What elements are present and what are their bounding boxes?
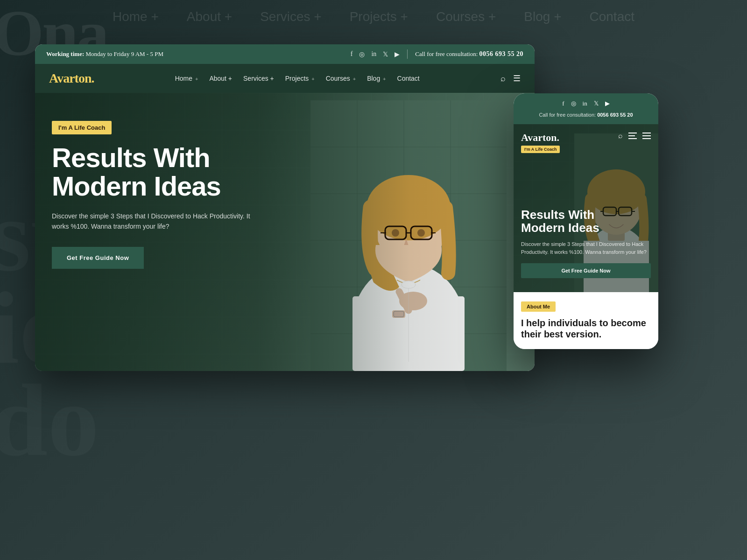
hero-badge: I'm A Life Coach (52, 121, 112, 134)
bg-nav-contact: Contact (590, 9, 635, 24)
desktop-mockup: Working time: Monday to Friday 9 AM - 5 … (35, 44, 535, 371)
hero-subtitle: Discover the simple 3 Steps that I Disco… (52, 211, 267, 232)
bg-nav-courses: Courses + (436, 9, 496, 24)
mobile-consultation-label: Call for free consultation: (539, 112, 596, 118)
mobile-logo: Avarton. (521, 132, 560, 144)
mobile-title-line1: Results With (521, 208, 594, 222)
mobile-about-title: I help individuals to become their best … (521, 317, 651, 340)
desktop-topbar: Working time: Monday to Friday 9 AM - 5 … (35, 44, 535, 64)
hamburger-icon[interactable]: ☰ (513, 73, 521, 84)
desktop-nav-icons: ⌕ ☰ (500, 73, 521, 84)
hero-title-line2: Modern Ideas (52, 171, 221, 201)
mobile-hero-content: Results With Modern Ideas Discover the s… (521, 208, 651, 278)
bg-nav-about: About + (187, 9, 232, 24)
desktop-nav-links: Home + About + Services + Projects + Cou… (175, 75, 420, 82)
hero-cta-button[interactable]: Get Free Guide Now (52, 247, 144, 269)
nav-blog[interactable]: Blog + (367, 75, 386, 82)
twitter-icon[interactable]: 𝕏 (383, 50, 388, 58)
mobile-hero: Avarton. I'm A Life Coach ⌕ Results (514, 124, 658, 292)
mobile-mockup: f ◎ in 𝕏 ▶ Call for free consultation: 0… (514, 93, 658, 349)
nav-projects[interactable]: Projects + (285, 75, 315, 82)
instagram-icon[interactable]: ◎ (359, 50, 365, 58)
nav-services[interactable]: Services + (243, 75, 274, 82)
nav-courses[interactable]: Courses + (326, 75, 356, 82)
mobile-topbar: f ◎ in 𝕏 ▶ Call for free consultation: 0… (514, 93, 658, 124)
bg-nav-projects: Projects + (350, 9, 408, 24)
hero-title: Results With Modern Ideas (52, 144, 267, 201)
mobile-hero-subtitle: Discover the simple 3 Steps that I Disco… (521, 240, 651, 256)
logo-text: Avarton. (49, 71, 94, 85)
mobile-consultation: Call for free consultation: 0056 693 55 … (521, 112, 651, 119)
desktop-hero: I'm A Life Coach Results With Modern Ide… (35, 93, 535, 371)
mobile-about-section: About Me I help individuals to become th… (514, 292, 658, 349)
desktop-navbar: Avarton. Home + About + Services + Proje… (35, 64, 535, 93)
bg-nav-blog: Blog + (524, 9, 561, 24)
linkedin-icon[interactable]: in (371, 50, 376, 58)
mobile-social-icons: f ◎ in 𝕏 ▶ (521, 98, 651, 109)
social-icons-desktop: f ◎ in 𝕏 ▶ (351, 50, 400, 58)
mobile-phone: 0056 693 55 20 (597, 112, 633, 118)
mobile-title-line2: Modern Ideas (521, 221, 599, 235)
hero-title-line1: Results With (52, 142, 210, 173)
nav-home[interactable]: Home + (175, 75, 198, 82)
working-time: Working time: Monday to Friday 9 AM - 5 … (46, 50, 163, 58)
mobile-hamburger-area: ⌕ (618, 132, 651, 140)
nav-contact[interactable]: Contact (397, 75, 420, 82)
hero-content: I'm A Life Coach Results With Modern Ide… (52, 121, 267, 269)
mobile-logo-area: Avarton. I'm A Life Coach ⌕ (514, 132, 658, 153)
mobile-instagram-icon[interactable]: ◎ (571, 100, 576, 107)
consultation-label: Call for free consultation: (415, 50, 478, 57)
mobile-youtube-icon[interactable]: ▶ (605, 100, 610, 107)
bg-nav-blur: Home + About + Services + Projects + Cou… (113, 9, 634, 24)
facebook-icon[interactable]: f (351, 50, 353, 58)
mobile-twitter-icon[interactable]: 𝕏 (594, 100, 599, 107)
mobile-cta-button[interactable]: Get Free Guide Now (521, 263, 651, 278)
mobile-facebook-icon[interactable]: f (562, 100, 564, 107)
bg-nav-home: Home + (113, 9, 159, 24)
working-time-label: Working time: (46, 50, 84, 57)
consultation-text: Call for free consultation: 0056 693 55 … (415, 50, 523, 58)
desktop-logo: Avarton. (49, 71, 94, 86)
phone-number: 0056 693 55 20 (479, 50, 524, 57)
mobile-nav-left-icon[interactable] (628, 133, 637, 139)
mobile-linkedin-icon[interactable]: in (583, 100, 587, 107)
mobile-logo-container: Avarton. I'm A Life Coach (521, 132, 560, 153)
mobile-hamburger-icon[interactable] (642, 133, 651, 139)
divider (407, 49, 408, 59)
mobile-search-icon[interactable]: ⌕ (618, 132, 623, 140)
nav-about[interactable]: About + (209, 75, 232, 82)
youtube-icon[interactable]: ▶ (395, 50, 400, 58)
bg-nav-services: Services + (260, 9, 322, 24)
mobile-hero-title: Results With Modern Ideas (521, 208, 651, 235)
mobile-about-badge: About Me (521, 301, 556, 312)
search-icon[interactable]: ⌕ (500, 74, 506, 84)
working-time-value: Monday to Friday 9 AM - 5 PM (86, 50, 163, 57)
mobile-logo-badge: I'm A Life Coach (521, 146, 560, 153)
